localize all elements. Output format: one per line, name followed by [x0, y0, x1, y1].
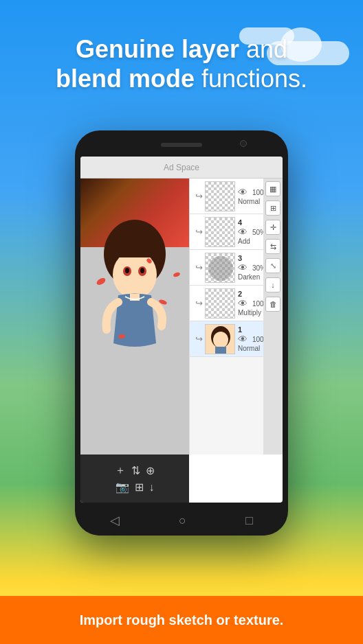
add-layer-btn[interactable]: ＋ — [115, 463, 126, 478]
eye-icon-1[interactable]: 👁 — [238, 334, 248, 345]
eye-icon-4[interactable]: 👁 — [238, 227, 248, 238]
svg-point-5 — [140, 268, 144, 273]
transform-btn[interactable]: ⤡ — [265, 258, 280, 273]
layer-thumb-4 — [205, 217, 235, 247]
header-section: Genuine layer and blend mode functions. — [0, 34, 363, 93]
canvas-bottom-toolbar: ＋ ⇅ ⊕ 📷 ⊞ ↓ — [80, 455, 189, 503]
eye-icon-2[interactable]: 👁 — [238, 298, 248, 309]
layer-thumb-top — [205, 181, 235, 211]
phone-nav-bar: ◁ ○ □ — [80, 505, 283, 536]
eye-icon-3[interactable]: 👁 — [238, 262, 248, 273]
merge-btn[interactable]: ⇅ — [131, 464, 140, 477]
download-btn[interactable]: ↓ — [265, 277, 280, 292]
move-btn[interactable]: ✛ — [265, 220, 280, 235]
phone-screen: Ad Space — [80, 157, 283, 503]
svg-rect-16 — [215, 347, 226, 354]
camera-btn[interactable]: 📷 — [116, 481, 129, 494]
layer-thumb-2 — [205, 288, 235, 319]
phone-mockup: Ad Space — [75, 130, 288, 536]
header-line2-light: functions. — [195, 65, 307, 93]
header-line1-light: and — [239, 35, 287, 63]
layers-btn[interactable]: ⊞ — [265, 200, 280, 216]
bottom-banner: Import rough sketch or texture. — [0, 596, 363, 644]
banner-text: Import rough sketch or texture. — [80, 612, 284, 628]
phone-camera — [240, 140, 247, 147]
svg-point-15 — [213, 332, 228, 348]
header-line2-bold: blend mode — [56, 65, 195, 93]
canvas-area — [80, 179, 189, 455]
nav-recent-btn[interactable]: □ — [245, 514, 253, 528]
flip-btn[interactable]: ⇆ — [265, 239, 280, 254]
canvas-bottom-row-1: ＋ ⇅ ⊕ — [115, 463, 155, 478]
layer-thumb-1 — [205, 324, 235, 354]
svg-point-7 — [96, 277, 107, 286]
extra-btn[interactable]: ⊕ — [146, 464, 155, 477]
anime-figure — [80, 220, 189, 426]
delete-btn[interactable]: 🗑 — [265, 297, 280, 312]
svg-point-11 — [173, 271, 180, 277]
ad-space-label: Ad Space — [164, 163, 199, 172]
nav-home-btn[interactable]: ○ — [179, 514, 186, 528]
import-btn[interactable]: ⊞ — [135, 481, 144, 494]
layer-3-preview — [206, 253, 235, 283]
ad-space-bar: Ad Space — [80, 157, 283, 179]
svg-point-4 — [125, 268, 129, 273]
right-toolbar: ▦ ⊞ ✛ ⇆ ⤡ ↓ 🗑 — [263, 179, 283, 455]
phone-speaker — [161, 143, 202, 147]
svg-point-12 — [208, 256, 233, 281]
checker-btn[interactable]: ▦ — [265, 181, 280, 196]
export-btn[interactable]: ↓ — [149, 481, 155, 494]
layer-thumb-3 — [205, 253, 235, 283]
header-line1-bold: Genuine layer — [76, 35, 239, 63]
layer-1-preview — [206, 325, 235, 354]
eye-icon-top[interactable]: 👁 — [238, 187, 248, 198]
canvas-bottom-row-2: 📷 ⊞ ↓ — [116, 481, 155, 494]
svg-point-1 — [113, 251, 157, 299]
nav-back-btn[interactable]: ◁ — [110, 513, 120, 528]
